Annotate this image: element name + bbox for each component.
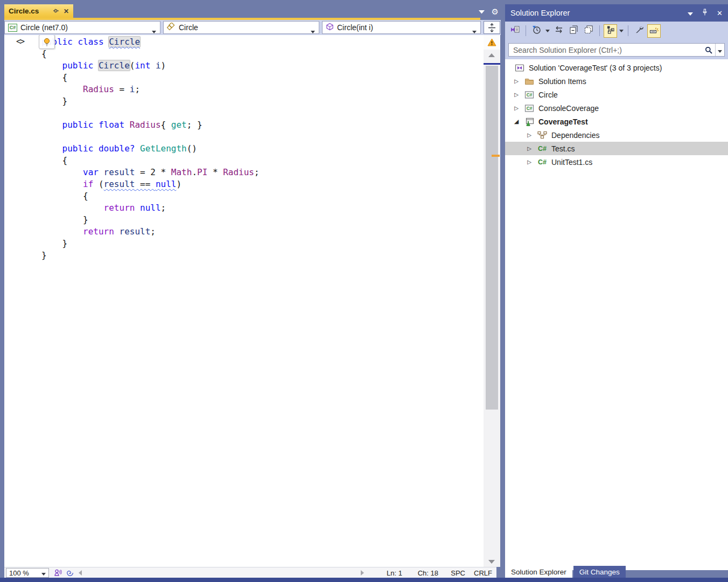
zoom-level-dropdown[interactable]: 100 % [6, 568, 49, 578]
status-line: Ln: 1 [387, 569, 402, 577]
split-editor-button[interactable] [484, 21, 500, 34]
close-icon[interactable]: ✕ [64, 8, 69, 15]
project-dropdown[interactable]: C# Circle (net7.0) [4, 21, 160, 34]
show-all-files-button[interactable] [582, 24, 596, 38]
preview-selected-items-button[interactable] [647, 24, 661, 38]
tree-item-test-cs[interactable]: ▷C#Test.cs [505, 142, 728, 155]
caret-position-marker [484, 63, 500, 65]
tree-item-solution-items[interactable]: ▷Solution Items [505, 74, 728, 88]
tree-item-coveragetest[interactable]: ◢CoverageTest [505, 115, 728, 128]
tree-item-dependencies[interactable]: ▷Dependencies [505, 128, 728, 142]
switch-views-icon [510, 25, 520, 36]
code-line: } [41, 250, 260, 261]
svg-text:C#: C# [527, 92, 533, 98]
scroll-up-arrow[interactable] [488, 53, 495, 57]
code-line: public class Circle [41, 36, 260, 48]
chevron-down-icon[interactable] [619, 30, 624, 32]
method-cube-icon [326, 23, 334, 32]
collapse-all-button[interactable] [567, 24, 580, 38]
code-editor[interactable]: <> public class Circle{ public Circle(in… [4, 35, 484, 567]
member-dropdown-value: Circle(int i) [337, 23, 373, 32]
tree-item-unittest1-cs[interactable]: ▷C#UnitTest1.cs [505, 155, 728, 169]
tab-git-changes[interactable]: Git Changes [573, 566, 626, 578]
member-dropdown[interactable]: Circle(int i) [322, 21, 481, 34]
properties-button[interactable] [632, 24, 646, 38]
csfile-icon: C# [535, 158, 549, 166]
tree-item-circle[interactable]: ▷C#Circle [505, 88, 728, 101]
tab-solution-explorer[interactable]: Solution Explorer [505, 566, 572, 578]
toolbar-separator [628, 25, 628, 36]
panel-title-bar[interactable]: Solution Explorer ✕ [505, 4, 728, 22]
solution-icon [513, 64, 527, 72]
chevron-down-icon[interactable] [545, 30, 550, 32]
toolbar-separator [526, 25, 526, 36]
expand-arrow-icon[interactable]: ▷ [510, 105, 522, 111]
search-icon[interactable] [702, 46, 715, 54]
switch-views-button[interactable] [508, 24, 522, 38]
show-all-files-icon [584, 25, 593, 36]
search-row [505, 40, 728, 59]
hscroll-right-arrow[interactable] [361, 570, 364, 576]
solution-tree: Solution 'CoverageTest' (3 of 3 projects… [505, 59, 728, 570]
tree-item-solution-coveragetest-3-of-3-projects[interactable]: Solution 'CoverageTest' (3 of 3 projects… [505, 61, 728, 74]
scrollbar-thumb[interactable] [486, 66, 498, 410]
sync-active-document-button[interactable] [552, 24, 565, 38]
expand-arrow-icon[interactable]: ▷ [510, 78, 522, 84]
code-line: } [41, 95, 260, 107]
chevron-down-icon [41, 569, 46, 577]
expand-arrow-icon[interactable]: ▷ [523, 159, 535, 165]
svg-text:C#: C# [527, 106, 533, 111]
code-line: public float Radius{ get; } [41, 119, 260, 131]
code-element-margin-glyph: <> [16, 37, 24, 46]
type-dropdown[interactable]: Circle [163, 21, 319, 34]
tree-item-label: Circle [538, 91, 558, 99]
window-bottom-edge [0, 578, 728, 582]
pin-icon[interactable] [702, 8, 708, 18]
toolbar-separator [599, 25, 600, 36]
search-input[interactable] [509, 46, 702, 54]
code-line: { [41, 72, 260, 84]
tree-item-label: CoverageTest [538, 117, 588, 126]
search-box[interactable] [508, 43, 725, 57]
collapse-arrow-icon[interactable]: ◢ [510, 118, 522, 125]
gear-icon[interactable]: ⚙ [492, 8, 499, 16]
vertical-scrollbar[interactable] [484, 35, 500, 567]
hscroll-left-arrow[interactable] [79, 570, 82, 576]
tree-item-consolecoverage[interactable]: ▷C#ConsoleCoverage [505, 101, 728, 115]
expand-arrow-icon[interactable]: ▷ [523, 146, 535, 151]
scroll-down-arrow[interactable] [488, 560, 495, 564]
chevron-down-icon[interactable] [479, 6, 485, 16]
document-tab-circle-cs[interactable]: Circle.cs ✕ [4, 4, 73, 18]
tree-item-label: Dependencies [551, 131, 600, 140]
code-line [41, 107, 260, 119]
expand-arrow-icon[interactable]: ▷ [510, 92, 522, 98]
search-options-dropdown[interactable] [715, 44, 724, 56]
csharp-project-icon: C# [8, 24, 17, 32]
quick-actions-lightbulb[interactable] [39, 35, 55, 49]
code-line: public Circle(int i) [41, 60, 260, 72]
code-line: return null; [41, 202, 260, 214]
expand-arrow-icon[interactable]: ▷ [523, 132, 535, 138]
tree-item-label: UnitTest1.cs [551, 158, 592, 167]
pin-icon[interactable] [53, 6, 59, 16]
live-share-icon[interactable] [54, 569, 62, 578]
code-line: Radius = i; [41, 84, 260, 95]
spiral-icon[interactable] [66, 569, 74, 578]
tab-label: Solution Explorer [511, 568, 566, 576]
solution-explorer-panel: Solution Explorer ✕ Solution 'CoverageTe… [505, 4, 728, 566]
code-line: return result; [41, 226, 260, 238]
editor-status-bar: 100 % Ln: 1 Ch: 18 SPC CRLF [4, 567, 496, 578]
open-files-filter-button[interactable] [530, 24, 543, 38]
status-column: Ch: 18 [418, 569, 438, 577]
split-editor-icon [488, 23, 496, 32]
chevron-down-icon [472, 26, 477, 35]
status-whitespace: SPC [451, 569, 465, 577]
dependencies-icon [535, 131, 549, 139]
code-line: { [41, 48, 260, 60]
vs-window: { "window": { "background": "#6F7CA9" },… [0, 0, 728, 582]
track-active-item-button[interactable] [604, 24, 617, 38]
close-icon[interactable]: ✕ [717, 9, 723, 17]
document-health-indicator[interactable] [484, 35, 500, 50]
chevron-down-icon[interactable] [688, 8, 693, 18]
code-line: { [41, 155, 260, 167]
